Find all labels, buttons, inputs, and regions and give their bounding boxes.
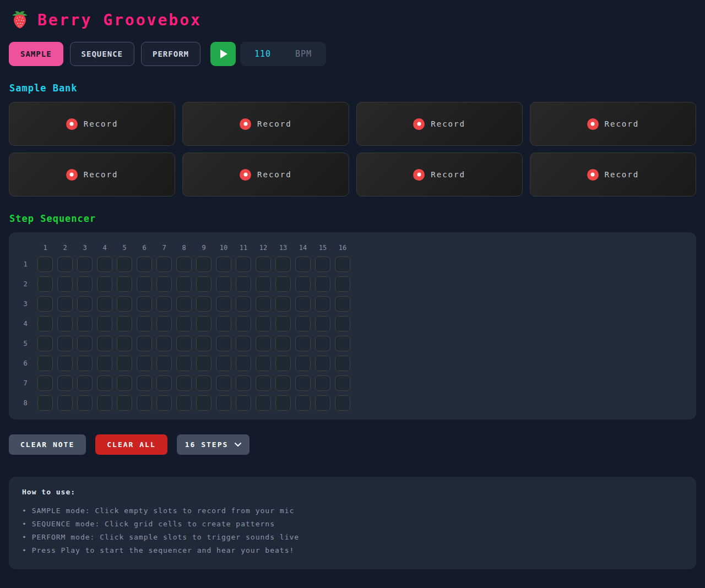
step-cell[interactable]: [196, 316, 212, 331]
step-cell[interactable]: [37, 356, 53, 371]
sample-slot[interactable]: Record: [182, 102, 349, 146]
step-cell[interactable]: [256, 316, 271, 331]
mode-tab-sequence[interactable]: SEQUENCE: [70, 42, 134, 66]
step-cell[interactable]: [77, 356, 93, 371]
mode-tab-perform[interactable]: PERFORM: [141, 42, 200, 66]
steps-select[interactable]: 16 STEPS: [177, 434, 250, 455]
step-cell[interactable]: [256, 336, 271, 351]
step-cell[interactable]: [236, 356, 251, 371]
record-button[interactable]: Record: [413, 169, 465, 181]
step-cell[interactable]: [117, 316, 132, 331]
step-cell[interactable]: [156, 296, 172, 312]
step-cell[interactable]: [335, 395, 350, 411]
step-cell[interactable]: [137, 276, 152, 292]
step-cell[interactable]: [156, 257, 172, 272]
step-cell[interactable]: [156, 375, 172, 391]
step-cell[interactable]: [137, 395, 152, 411]
step-cell[interactable]: [57, 316, 73, 331]
step-cell[interactable]: [176, 276, 192, 292]
step-cell[interactable]: [335, 296, 350, 312]
step-cell[interactable]: [216, 336, 231, 351]
step-cell[interactable]: [37, 316, 53, 331]
sample-slot[interactable]: Record: [356, 102, 523, 146]
step-cell[interactable]: [97, 316, 112, 331]
step-cell[interactable]: [275, 395, 291, 411]
step-cell[interactable]: [117, 356, 132, 371]
step-cell[interactable]: [275, 316, 291, 331]
step-cell[interactable]: [315, 296, 330, 312]
sample-slot[interactable]: Record: [182, 153, 349, 197]
bpm-value-input[interactable]: 110: [254, 49, 278, 59]
step-cell[interactable]: [77, 296, 93, 312]
step-cell[interactable]: [117, 257, 132, 272]
step-cell[interactable]: [97, 395, 112, 411]
step-cell[interactable]: [295, 316, 311, 331]
step-cell[interactable]: [335, 356, 350, 371]
step-cell[interactable]: [315, 356, 330, 371]
step-cell[interactable]: [156, 276, 172, 292]
step-cell[interactable]: [176, 316, 192, 331]
record-button[interactable]: Record: [240, 118, 292, 130]
step-cell[interactable]: [295, 296, 311, 312]
sample-slot[interactable]: Record: [9, 102, 175, 146]
step-cell[interactable]: [156, 336, 172, 351]
step-cell[interactable]: [156, 395, 172, 411]
step-cell[interactable]: [315, 336, 330, 351]
step-cell[interactable]: [57, 356, 73, 371]
step-cell[interactable]: [335, 276, 350, 292]
step-cell[interactable]: [117, 296, 132, 312]
record-button[interactable]: Record: [413, 118, 465, 130]
step-cell[interactable]: [216, 375, 231, 391]
step-cell[interactable]: [57, 257, 73, 272]
record-button[interactable]: Record: [66, 118, 118, 130]
step-cell[interactable]: [256, 276, 271, 292]
sample-slot[interactable]: Record: [530, 102, 696, 146]
step-cell[interactable]: [196, 336, 212, 351]
step-cell[interactable]: [97, 375, 112, 391]
step-cell[interactable]: [216, 395, 231, 411]
step-cell[interactable]: [216, 356, 231, 371]
step-cell[interactable]: [236, 296, 251, 312]
step-cell[interactable]: [77, 276, 93, 292]
step-cell[interactable]: [315, 395, 330, 411]
sample-slot[interactable]: Record: [356, 153, 523, 197]
step-cell[interactable]: [137, 336, 152, 351]
step-cell[interactable]: [256, 257, 271, 272]
step-cell[interactable]: [77, 336, 93, 351]
step-cell[interactable]: [37, 296, 53, 312]
step-cell[interactable]: [275, 257, 291, 272]
step-cell[interactable]: [37, 257, 53, 272]
step-cell[interactable]: [335, 257, 350, 272]
step-cell[interactable]: [236, 375, 251, 391]
record-button[interactable]: Record: [587, 169, 639, 181]
record-button[interactable]: Record: [587, 118, 639, 130]
step-cell[interactable]: [176, 395, 192, 411]
step-cell[interactable]: [295, 395, 311, 411]
step-cell[interactable]: [275, 336, 291, 351]
step-cell[interactable]: [295, 276, 311, 292]
step-cell[interactable]: [236, 336, 251, 351]
step-cell[interactable]: [256, 395, 271, 411]
step-cell[interactable]: [216, 257, 231, 272]
record-button[interactable]: Record: [240, 169, 292, 181]
step-cell[interactable]: [97, 296, 112, 312]
step-cell[interactable]: [315, 316, 330, 331]
step-cell[interactable]: [77, 257, 93, 272]
step-cell[interactable]: [176, 356, 192, 371]
step-cell[interactable]: [156, 316, 172, 331]
step-cell[interactable]: [256, 375, 271, 391]
step-cell[interactable]: [137, 356, 152, 371]
step-cell[interactable]: [97, 276, 112, 292]
step-cell[interactable]: [77, 316, 93, 331]
step-cell[interactable]: [275, 296, 291, 312]
step-cell[interactable]: [57, 375, 73, 391]
step-cell[interactable]: [57, 276, 73, 292]
step-cell[interactable]: [97, 336, 112, 351]
step-cell[interactable]: [256, 356, 271, 371]
mode-tab-sample[interactable]: SAMPLE: [9, 42, 63, 66]
step-cell[interactable]: [196, 276, 212, 292]
step-cell[interactable]: [216, 276, 231, 292]
step-cell[interactable]: [275, 356, 291, 371]
step-cell[interactable]: [295, 257, 311, 272]
step-cell[interactable]: [335, 336, 350, 351]
